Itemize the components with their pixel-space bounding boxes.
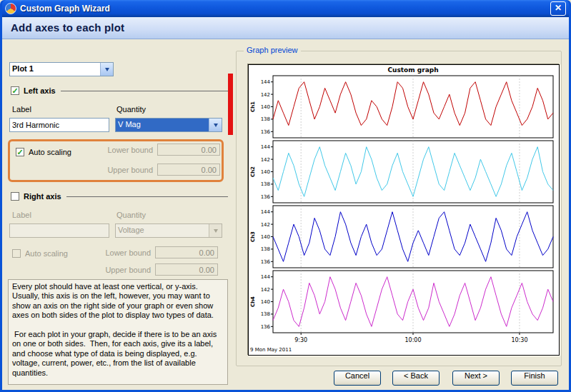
label-caption-left: Label bbox=[12, 105, 31, 114]
finish-button[interactable]: Finish bbox=[511, 371, 558, 386]
left-upper-bound-label: Upper bound bbox=[90, 166, 153, 174]
check-icon: ✓ bbox=[11, 86, 18, 95]
left-axis-checkbox-row[interactable]: ✓ Left axis bbox=[11, 86, 56, 95]
page-title: Add axes to each plot bbox=[2, 17, 569, 39]
left-auto-scaling-row[interactable]: ✓ Auto scaling bbox=[16, 148, 71, 156]
quantity-caption-left: Quantity bbox=[116, 105, 146, 114]
right-axis-label: Right axis bbox=[24, 192, 61, 201]
check-icon: ✓ bbox=[16, 148, 23, 156]
right-axis-checkbox[interactable] bbox=[11, 192, 19, 201]
svg-text:142: 142 bbox=[261, 287, 270, 293]
left-axis-separator bbox=[61, 91, 228, 91]
right-upper-bound-input bbox=[155, 263, 218, 276]
app-icon bbox=[5, 3, 16, 14]
right-axis-separator bbox=[66, 196, 228, 197]
chevron-down-icon bbox=[105, 68, 109, 74]
svg-text:142: 142 bbox=[261, 157, 270, 163]
svg-text:Ch3: Ch3 bbox=[250, 231, 256, 242]
svg-text:136: 136 bbox=[261, 259, 271, 265]
svg-text:Ch4: Ch4 bbox=[250, 296, 256, 307]
left-auto-scaling-checkbox[interactable]: ✓ bbox=[16, 148, 24, 156]
svg-text:10:00: 10:00 bbox=[404, 337, 421, 343]
svg-text:140: 140 bbox=[261, 104, 270, 110]
custom-graph-wizard-window: Custom Graph Wizard ✕ Add axes to each p… bbox=[0, 0, 571, 392]
right-axis-checkbox-row[interactable]: Right axis bbox=[11, 192, 61, 201]
svg-text:138: 138 bbox=[261, 181, 270, 187]
left-axis-label: Left axis bbox=[24, 86, 56, 95]
chevron-down-icon bbox=[214, 124, 218, 129]
svg-text:138: 138 bbox=[261, 246, 270, 252]
next-button[interactable]: Next > bbox=[452, 371, 500, 386]
graph-preview-canvas: Custom graph136138140142144Ch11361381401… bbox=[249, 65, 557, 353]
svg-text:144: 144 bbox=[261, 79, 271, 85]
quantity-caption-right: Quantity bbox=[116, 211, 146, 219]
graph-preview-group-label: Graph preview bbox=[244, 46, 301, 54]
close-icon: ✕ bbox=[555, 3, 562, 13]
svg-text:142: 142 bbox=[261, 92, 270, 98]
svg-text:140: 140 bbox=[261, 299, 270, 305]
graph-preview-group: Graph preview Custom graph13613814014214… bbox=[236, 51, 562, 366]
window-title: Custom Graph Wizard bbox=[20, 4, 110, 14]
left-axis-checkbox[interactable]: ✓ bbox=[11, 86, 19, 95]
svg-text:140: 140 bbox=[261, 234, 270, 240]
left-axis-quantity-value: V Mag bbox=[116, 119, 209, 131]
help-text-box: Every plot should have at least one vert… bbox=[8, 279, 228, 385]
plot-select[interactable]: Plot 1 bbox=[9, 62, 114, 76]
right-auto-scaling-checkbox bbox=[12, 249, 21, 258]
left-auto-scaling-label: Auto scaling bbox=[29, 148, 71, 156]
close-button[interactable]: ✕ bbox=[550, 1, 566, 16]
svg-text:144: 144 bbox=[261, 209, 271, 215]
right-axis-quantity-value: Voltage bbox=[116, 224, 209, 237]
svg-text:136: 136 bbox=[261, 129, 271, 135]
svg-text:Ch2: Ch2 bbox=[250, 166, 256, 177]
right-axis-quantity-select: Voltage bbox=[115, 223, 222, 238]
title-bar[interactable]: Custom Graph Wizard ✕ bbox=[2, 0, 569, 17]
right-auto-scaling-row: Auto scaling bbox=[12, 249, 68, 258]
red-indicator-bar bbox=[228, 74, 233, 135]
svg-text:10:30: 10:30 bbox=[511, 337, 527, 343]
svg-text:144: 144 bbox=[261, 274, 271, 280]
svg-text:Ch1: Ch1 bbox=[250, 101, 256, 112]
plot-select-value: Plot 1 bbox=[10, 63, 100, 76]
left-lower-bound-input bbox=[157, 144, 220, 156]
left-lower-bound-label: Lower bound bbox=[90, 146, 153, 154]
right-lower-bound-input bbox=[155, 246, 218, 258]
right-upper-bound-label: Upper bound bbox=[88, 266, 151, 274]
right-axis-quantity-button bbox=[209, 224, 222, 237]
chevron-down-icon bbox=[214, 229, 218, 235]
svg-text:Custom graph: Custom graph bbox=[387, 66, 438, 74]
svg-text:136: 136 bbox=[261, 194, 271, 200]
plot-select-button[interactable] bbox=[100, 63, 113, 76]
back-button[interactable]: < Back bbox=[392, 371, 440, 386]
dialog-content: Plot 1 ✓ Left axis Label Quantity V Mag … bbox=[2, 39, 569, 390]
svg-text:140: 140 bbox=[261, 169, 270, 175]
highlight-box: ✓ Auto scaling Lower bound Upper bound bbox=[8, 139, 224, 182]
left-axis-quantity-select[interactable]: V Mag bbox=[115, 118, 222, 132]
svg-text:144: 144 bbox=[261, 144, 271, 150]
left-axis-label-input[interactable] bbox=[9, 118, 109, 132]
svg-text:138: 138 bbox=[261, 311, 270, 317]
svg-text:136: 136 bbox=[261, 324, 271, 330]
label-caption-right: Label bbox=[12, 211, 31, 219]
left-axis-quantity-button[interactable] bbox=[209, 119, 222, 131]
cancel-button[interactable]: Cancel bbox=[334, 371, 381, 386]
right-axis-label-input bbox=[9, 223, 109, 238]
svg-text:9:30: 9:30 bbox=[294, 337, 307, 343]
svg-text:142: 142 bbox=[261, 222, 270, 228]
right-auto-scaling-label: Auto scaling bbox=[25, 249, 68, 258]
right-lower-bound-label: Lower bound bbox=[88, 248, 151, 257]
svg-text:9 Mon May 2011: 9 Mon May 2011 bbox=[250, 347, 292, 353]
left-upper-bound-input bbox=[157, 164, 220, 176]
svg-text:138: 138 bbox=[261, 116, 270, 122]
graph-preview-frame: Custom graph136138140142144Ch11361381401… bbox=[248, 64, 560, 356]
